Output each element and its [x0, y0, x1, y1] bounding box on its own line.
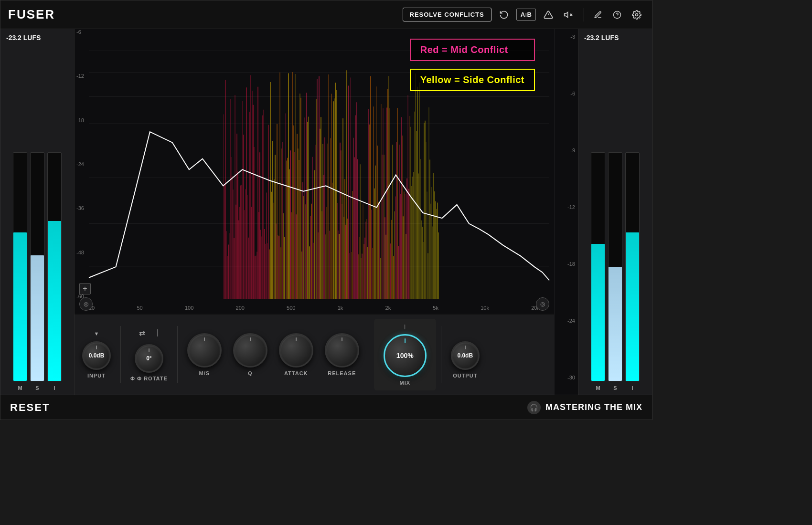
- input-knob-container: 0.0dB INPUT: [82, 341, 111, 378]
- spectrum-bottom-left-knob[interactable]: ◎: [79, 297, 93, 311]
- left-lufs-label: -23.2 LUFS: [4, 34, 41, 42]
- rotate-knob-label: Φ Φ ROTATE: [130, 376, 168, 381]
- spectrum-left-circle[interactable]: ◎: [79, 297, 93, 311]
- spectrum-area[interactable]: -6 -12 -18 -24 -36 -48 -60 20 50 100 200…: [75, 29, 554, 314]
- footer-brand: 🎧 MASTERING THE MIX: [527, 401, 642, 414]
- right-meter-panel: -23.2 LUFS M S: [578, 29, 652, 395]
- rotate-arrows-icon: ⇄: [139, 328, 145, 337]
- left-meter-s-fill: [31, 255, 44, 381]
- warning-icon-button[interactable]: [541, 8, 556, 21]
- left-meter-i-fill: [48, 221, 61, 381]
- attack-knob-tick: [296, 337, 297, 341]
- settings-icon-button[interactable]: [629, 8, 644, 21]
- output-knob-value: 0.0dB: [457, 353, 473, 358]
- ctrl-divider-2: [177, 326, 178, 383]
- resolve-conflicts-button[interactable]: RESOLVE CONFLICTS: [403, 8, 491, 21]
- svg-point-7: [636, 13, 638, 16]
- right-y-axis: -3 -6 -9 -12 -18 -24 -30: [554, 29, 578, 395]
- mix-knob[interactable]: 100%: [384, 334, 427, 377]
- conflict-yellow-label: Yellow = Side Conflict: [410, 69, 535, 91]
- left-meters-row: M S I: [4, 45, 70, 391]
- brand-icon: 🎧: [527, 401, 541, 414]
- left-meter-m: M: [13, 152, 27, 391]
- brand-name: MASTERING THE MIX: [545, 402, 642, 412]
- pen-icon-button[interactable]: [591, 9, 605, 21]
- right-meter-s-bar: [608, 152, 622, 381]
- right-meter-s-fill: [609, 267, 622, 381]
- svg-marker-2: [565, 12, 568, 17]
- header-controls: RESOLVE CONFLICTS A|B: [403, 8, 644, 21]
- app-title: FUSER: [8, 7, 403, 22]
- left-meter-i-label: I: [53, 385, 55, 391]
- ms-knob[interactable]: [187, 333, 222, 368]
- input-section: ▼ 0.0dB INPUT: [75, 326, 118, 383]
- center-knobs-group: M/S Q ATTACK: [180, 333, 367, 376]
- right-meter-i: I: [625, 152, 640, 391]
- release-knob-tick: [342, 337, 342, 341]
- right-meter-i-label: I: [631, 385, 633, 391]
- q-knob-label: Q: [248, 370, 253, 376]
- q-knob-container: Q: [233, 333, 267, 376]
- ms-knob-container: M/S: [187, 333, 222, 376]
- attack-knob[interactable]: [279, 333, 313, 368]
- controls-panel: ▼ 0.0dB INPUT ⇄ |: [75, 314, 554, 395]
- spectrum-right-circle[interactable]: ◎: [536, 297, 549, 311]
- mix-knob-label: MIX: [399, 380, 410, 386]
- ms-knob-tick: [204, 337, 205, 341]
- right-meter-s-label: S: [613, 385, 617, 391]
- ctrl-divider-1: [120, 326, 121, 383]
- ctrl-divider-4: [441, 326, 441, 383]
- footer: RESET 🎧 MASTERING THE MIX: [0, 395, 652, 420]
- release-knob[interactable]: [325, 333, 359, 368]
- output-knob-label: OUTPUT: [453, 373, 477, 378]
- left-meter-s-bar: [30, 152, 44, 381]
- rotate-knob-container: 0° Φ Φ ROTATE: [130, 344, 168, 381]
- left-meter-s: S: [30, 152, 44, 391]
- right-meter-m-bar: [591, 152, 605, 381]
- right-meter-i-bar: [625, 152, 640, 381]
- attack-knob-label: ATTACK: [284, 370, 308, 376]
- q-knob[interactable]: [233, 333, 267, 368]
- release-knob-container: RELEASE: [325, 333, 359, 376]
- output-knob[interactable]: 0.0dB: [451, 341, 480, 370]
- ctrl-divider-3: [369, 326, 369, 383]
- input-knob[interactable]: 0.0dB: [82, 341, 111, 370]
- reset-icon-button[interactable]: [496, 8, 512, 21]
- right-meter-m: M: [591, 152, 605, 391]
- mix-knob-value: 100%: [396, 352, 414, 359]
- reset-label[interactable]: RESET: [10, 401, 527, 414]
- rotate-section: ⇄ | 0° Φ Φ ROTATE: [123, 324, 175, 386]
- header: FUSER RESOLVE CONFLICTS A|B: [0, 0, 652, 29]
- output-section: 0.0dB OUTPUT: [443, 326, 487, 383]
- conflict-labels: Red = Mid Conflict Yellow = Side Conflic…: [410, 39, 535, 91]
- rotate-knob[interactable]: 0°: [135, 344, 163, 373]
- q-knob-tick: [250, 337, 251, 341]
- rotate-knob-tick: [149, 348, 150, 352]
- main-content: -23.2 LUFS M S: [0, 29, 652, 395]
- mute-icon-button[interactable]: [561, 8, 577, 21]
- release-knob-label: RELEASE: [328, 370, 356, 376]
- spectrum-bottom-right-knob[interactable]: ◎: [536, 297, 549, 311]
- help-icon-button[interactable]: [610, 9, 624, 21]
- right-meters-row: M S I: [582, 45, 648, 391]
- left-meter-i: I: [47, 152, 62, 391]
- mix-knob-container: 100% MIX: [384, 334, 427, 386]
- input-knob-label: INPUT: [87, 373, 106, 378]
- center-panel: -6 -12 -18 -24 -36 -48 -60 20 50 100 200…: [75, 29, 554, 395]
- zoom-plus-button[interactable]: +: [79, 283, 91, 294]
- attack-knob-container: ATTACK: [279, 333, 313, 376]
- ms-knob-label: M/S: [199, 370, 210, 376]
- left-meter-i-bar: [47, 152, 62, 381]
- header-divider: [584, 8, 584, 21]
- right-lufs-label: -23.2 LUFS: [582, 34, 619, 42]
- left-meter-panel: -23.2 LUFS M S: [0, 29, 75, 395]
- output-knob-container: 0.0dB OUTPUT: [451, 331, 480, 378]
- left-meter-m-label: M: [18, 385, 22, 391]
- ab-button[interactable]: A|B: [516, 9, 536, 21]
- right-meter-s: S: [608, 152, 622, 391]
- right-meter-m-label: M: [596, 385, 600, 391]
- rotate-pip-icon: |: [157, 328, 159, 337]
- right-meter-i-fill: [626, 232, 639, 381]
- left-meter-m-fill: [13, 232, 27, 381]
- right-meter-m-fill: [591, 244, 605, 381]
